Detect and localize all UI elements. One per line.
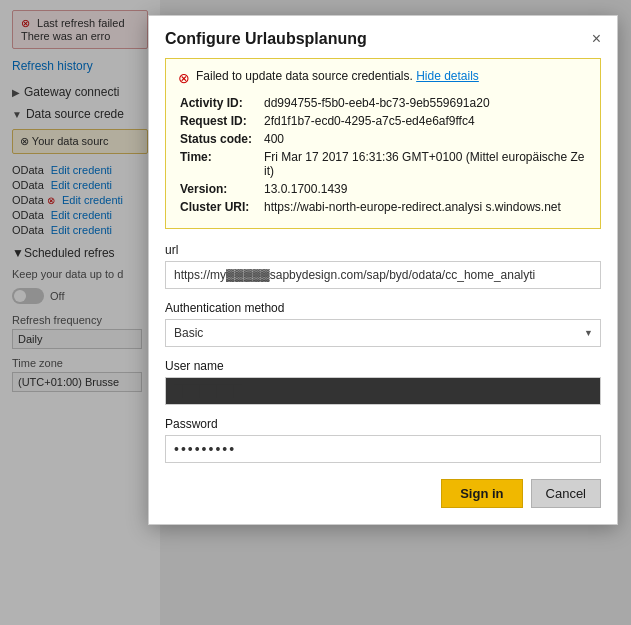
table-row: Time: Fri Mar 17 2017 16:31:36 GMT+0100 …	[180, 150, 586, 180]
table-row: Status code: 400	[180, 132, 586, 148]
username-input[interactable]	[165, 377, 601, 405]
auth-method-select-wrapper: Basic Anonymous OAuth2	[165, 319, 601, 347]
table-row: Request ID: 2fd1f1b7-ecd0-4295-a7c5-ed4e…	[180, 114, 586, 130]
username-field-group: User name	[165, 359, 601, 405]
url-field-group: url	[165, 243, 601, 289]
auth-method-label: Authentication method	[165, 301, 601, 315]
configure-dialog: Configure Urlaubsplanung × ⊗ Failed to u…	[148, 15, 618, 525]
modal-title: Configure Urlaubsplanung	[165, 30, 367, 48]
cancel-button[interactable]: Cancel	[531, 479, 601, 508]
error-message-text: Failed to update data source credentials…	[196, 69, 479, 83]
error-banner: ⊗ Failed to update data source credentia…	[165, 58, 601, 229]
error-circle-icon: ⊗	[178, 70, 190, 86]
error-details-table: Activity ID: dd994755-f5b0-eeb4-bc73-9eb…	[178, 94, 588, 218]
username-label: User name	[165, 359, 601, 373]
url-input[interactable]	[165, 261, 601, 289]
table-row: Version: 13.0.1700.1439	[180, 182, 586, 198]
table-row: Activity ID: dd994755-f5b0-eeb4-bc73-9eb…	[180, 96, 586, 112]
modal-body: ⊗ Failed to update data source credentia…	[149, 58, 617, 524]
table-row: Cluster URI: https://wabi-north-europe-r…	[180, 200, 586, 216]
auth-method-group: Authentication method Basic Anonymous OA…	[165, 301, 601, 347]
hide-details-link[interactable]: Hide details	[416, 69, 479, 83]
modal-header: Configure Urlaubsplanung ×	[149, 16, 617, 58]
password-label: Password	[165, 417, 601, 431]
modal-footer: Sign in Cancel	[165, 479, 601, 508]
url-label: url	[165, 243, 601, 257]
close-button[interactable]: ×	[592, 31, 601, 47]
sign-in-button[interactable]: Sign in	[441, 479, 522, 508]
password-field-group: Password	[165, 417, 601, 463]
auth-method-select[interactable]: Basic Anonymous OAuth2	[165, 319, 601, 347]
password-input[interactable]	[165, 435, 601, 463]
